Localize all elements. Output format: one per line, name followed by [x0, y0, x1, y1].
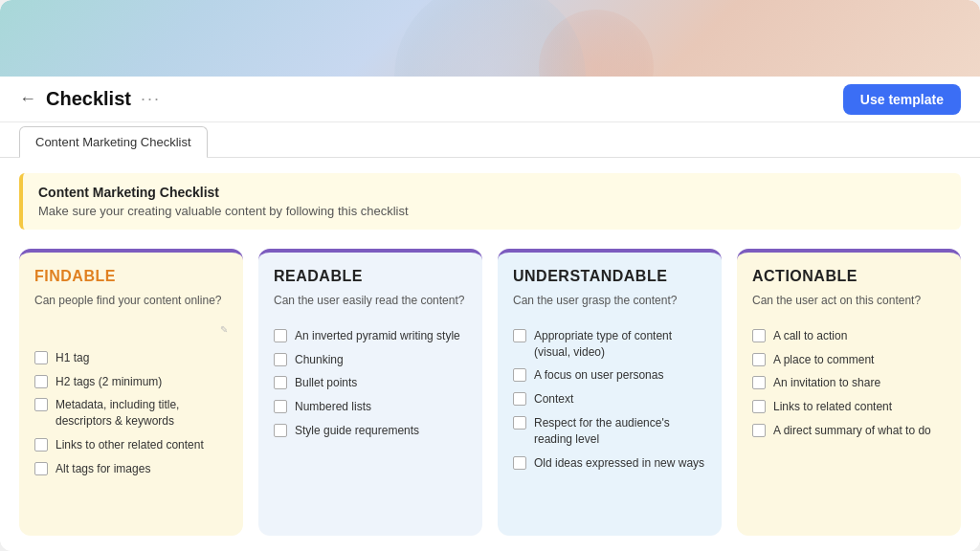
header-left: ← Checklist ···: [19, 88, 161, 110]
list-item: Old ideas expressed in new ways: [513, 455, 706, 472]
checkbox[interactable]: [752, 424, 766, 437]
column-title-findable: FINDABLE: [34, 268, 228, 285]
column-title-understandable: UNDERSTANDABLE: [513, 268, 706, 285]
list-item: An inverted pyramid writing style: [274, 328, 467, 344]
list-item: Bullet points: [274, 375, 467, 391]
checkbox[interactable]: [274, 400, 287, 413]
checkbox[interactable]: [34, 351, 48, 364]
column-title-actionable: ACTIONABLE: [752, 268, 946, 285]
app-wrapper: ← Checklist ··· Use template Content Mar…: [0, 0, 980, 551]
column-subtitle-readable: Can the user easily read the content?: [274, 293, 467, 309]
header: ← Checklist ··· Use template: [0, 77, 980, 122]
checkbox[interactable]: [752, 353, 766, 366]
column-title-readable: READABLE: [274, 268, 467, 285]
checklist-understandable: Appropriate type of content (visual, vid…: [513, 328, 706, 472]
checkbox[interactable]: [513, 329, 526, 342]
checkbox[interactable]: [513, 368, 526, 382]
checkbox[interactable]: [513, 456, 526, 470]
checklist-actionable: A call to action A place to comment An i…: [752, 328, 946, 439]
hero-banner: [0, 0, 980, 77]
tabs-bar: Content Marketing Checklist: [0, 122, 980, 158]
column-understandable: UNDERSTANDABLE Can the user grasp the co…: [498, 249, 722, 536]
list-item: An invitation to share: [752, 375, 946, 391]
more-menu-button[interactable]: ···: [141, 89, 161, 109]
checkbox[interactable]: [34, 438, 48, 452]
checklist-columns: FINDABLE Can people find your content on…: [19, 249, 961, 536]
checkbox[interactable]: [274, 329, 287, 342]
column-subtitle-understandable: Can the user grasp the content?: [513, 293, 706, 309]
list-item: Links to other related content: [34, 437, 228, 453]
checklist-readable: An inverted pyramid writing style Chunki…: [274, 328, 467, 439]
tab-content-marketing-checklist[interactable]: Content Marketing Checklist: [19, 126, 208, 158]
list-item: Style guide requrements: [274, 423, 467, 439]
checklist-findable: H1 tag H2 tags (2 minimum) Metadata, inc…: [34, 350, 228, 477]
column-subtitle-findable: Can people find your content online?: [34, 293, 228, 309]
list-item: Links to related content: [752, 399, 946, 415]
page-title: Checklist: [46, 88, 131, 110]
checkbox[interactable]: [752, 329, 766, 342]
list-item: Numbered lists: [274, 399, 467, 415]
checkbox[interactable]: [752, 376, 766, 389]
list-item: Alt tags for images: [34, 461, 228, 477]
checkbox[interactable]: [274, 353, 287, 366]
list-item: A direct summary of what to do: [752, 423, 946, 439]
list-item: Appropriate type of content (visual, vid…: [513, 328, 706, 361]
column-findable: FINDABLE Can people find your content on…: [19, 249, 243, 536]
list-item: A call to action: [752, 328, 946, 344]
checkbox[interactable]: [34, 375, 48, 388]
edit-hint-findable: ✎: [34, 324, 228, 335]
list-item: Respect for the audience's reading level: [513, 415, 706, 448]
use-template-button[interactable]: Use template: [843, 84, 961, 115]
info-banner: Content Marketing Checklist Make sure yo…: [19, 173, 961, 230]
checkbox[interactable]: [34, 462, 48, 475]
checkbox[interactable]: [274, 376, 287, 389]
checkbox[interactable]: [513, 416, 526, 430]
checkbox[interactable]: [274, 424, 287, 437]
column-actionable: ACTIONABLE Can the user act on this cont…: [737, 249, 961, 536]
content-area: Content Marketing Checklist Make sure yo…: [0, 158, 980, 551]
info-banner-title: Content Marketing Checklist: [38, 185, 946, 200]
column-subtitle-actionable: Can the user act on this content?: [752, 293, 946, 309]
back-button[interactable]: ←: [19, 89, 36, 109]
list-item: A place to comment: [752, 352, 946, 368]
list-item: A focus on user personas: [513, 367, 706, 384]
list-item: Metadata, including title, descriptors &…: [34, 397, 228, 430]
list-item: Chunking: [274, 352, 467, 368]
info-banner-text: Make sure your creating valuable content…: [38, 204, 946, 218]
list-item: H1 tag: [34, 350, 228, 366]
column-readable: READABLE Can the user easily read the co…: [258, 249, 482, 536]
checkbox[interactable]: [513, 392, 526, 406]
list-item: H2 tags (2 minimum): [34, 374, 228, 390]
checkbox[interactable]: [752, 400, 766, 413]
list-item: Context: [513, 391, 706, 408]
checkbox[interactable]: [34, 398, 48, 411]
